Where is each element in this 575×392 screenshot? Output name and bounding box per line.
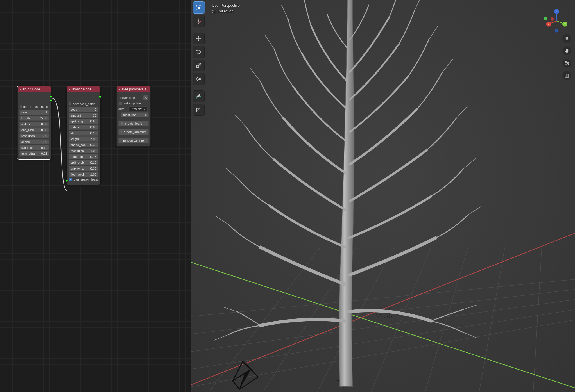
svg-rect-26: [198, 78, 200, 80]
cursor-tool[interactable]: [193, 15, 205, 27]
node-title: Trunk Node: [22, 87, 40, 91]
node-title: Tree parameters: [121, 87, 146, 91]
field-value: 1.00: [41, 140, 47, 143]
clear-active-button[interactable]: ✕: [143, 95, 148, 100]
svg-rect-40: [565, 62, 567, 64]
field-value: 7.00: [90, 137, 96, 141]
branch-field-gravity_str[interactable]: gravity_str0.30: [69, 166, 98, 171]
field-label: resolution: [123, 113, 137, 117]
3d-viewport[interactable]: User Perspective (1) Collection: [191, 0, 575, 392]
button-label: create_leafs: [125, 122, 142, 125]
output-socket-2[interactable]: [50, 99, 52, 102]
field-label: gravity_str: [71, 167, 85, 170]
node-branch[interactable]: Branch Node advanced_settin… seed0amount…: [67, 86, 100, 185]
output-select[interactable]: Preview: [128, 106, 147, 111]
trunk-field-radius[interactable]: radius0.50: [19, 122, 49, 127]
can-spawn-leafs-checkbox[interactable]: ✓ can_spawn_leafs: [69, 178, 98, 181]
branch-field-randomne[interactable]: randomne0.15: [69, 154, 98, 159]
output-socket[interactable]: [99, 95, 101, 98]
pan-bubble[interactable]: [562, 46, 572, 56]
trunk-field-seed[interactable]: seed1: [19, 110, 49, 115]
svg-point-22: [198, 21, 199, 22]
field-value: 0.60: [90, 120, 96, 123]
field-label: axis_attra: [21, 152, 35, 155]
checkbox-label: auto_update: [124, 102, 141, 105]
annotate-tool[interactable]: [193, 90, 205, 102]
trunk-field-randomne[interactable]: randomne0.10: [19, 145, 49, 150]
branch-field-length[interactable]: length7.00: [69, 136, 98, 142]
field-value: 1.00: [90, 149, 96, 152]
output-label: outp…: [118, 107, 127, 111]
trunk-field-axis_attra[interactable]: axis_attra0.25: [19, 151, 49, 156]
field-value: 0.00: [41, 128, 47, 132]
svg-point-25: [197, 77, 201, 81]
trunk-field-length[interactable]: length25.00: [19, 116, 49, 121]
create-leafs-button[interactable]: create_leafs: [118, 121, 149, 126]
field-value: 0: [95, 108, 96, 111]
randomize-tree-button[interactable]: randomize tree: [118, 138, 149, 143]
advanced-settings-checkbox[interactable]: advanced_settin…: [69, 102, 98, 106]
branch-field-split_angl[interactable]: split_angl0.60: [69, 119, 98, 124]
field-value: 25.00: [39, 117, 47, 120]
field-label: split_prob: [71, 161, 84, 164]
button-label: create_armature: [124, 130, 147, 134]
svg-rect-23: [197, 65, 199, 67]
select-value: Preview: [130, 107, 141, 111]
field-value: 1: [46, 111, 47, 114]
field-label: shape: [21, 140, 30, 143]
output-socket[interactable]: [50, 95, 52, 98]
node-header[interactable]: Trunk Node: [18, 86, 51, 92]
trunk-field-end_radiu[interactable]: end_radiu0.00: [19, 127, 49, 133]
node-editor[interactable]: Trunk Node use_grease_pencil seed1length…: [0, 0, 191, 392]
node-tree-parameters[interactable]: Tree parameters active: Tree ✕ auto_upda…: [116, 86, 151, 147]
svg-text:Y: Y: [564, 23, 566, 26]
branch-field-radius[interactable]: radius0.60: [69, 125, 98, 130]
field-label: floor_avoi: [71, 173, 84, 176]
svg-text:Z: Z: [556, 10, 558, 13]
node-trunk[interactable]: Trunk Node use_grease_pencil seed1length…: [17, 86, 51, 159]
trunk-field-resolution[interactable]: resolution1.00: [19, 133, 49, 138]
branch-field-floor_avoi[interactable]: floor_avoi1.00: [69, 172, 98, 177]
field-label: start: [71, 131, 76, 135]
branch-field-seed[interactable]: seed0: [69, 107, 98, 112]
auto-update-checkbox[interactable]: auto_update: [119, 102, 149, 105]
branch-field-resolution[interactable]: resolution1.00: [69, 148, 98, 153]
node-header[interactable]: Tree parameters: [117, 86, 150, 92]
node-connections: [0, 0, 191, 392]
select-box-tool[interactable]: [193, 2, 205, 13]
node-header[interactable]: Branch Node: [67, 86, 100, 92]
field-label: shape_con: [71, 143, 86, 147]
camera-view-bubble[interactable]: [562, 58, 572, 68]
navigation-gizmo[interactable]: Z X Y: [544, 8, 569, 34]
perspective-toggle-bubble[interactable]: [562, 71, 572, 80]
field-label: randomne: [71, 155, 85, 158]
transform-tool[interactable]: [193, 73, 205, 85]
field-value: 0.10: [90, 161, 96, 164]
field-value: 0.10: [41, 146, 47, 149]
viewport-nav-bubbles: [562, 34, 572, 80]
field-value: 20: [93, 114, 96, 117]
branch-field-amount[interactable]: amount20: [69, 113, 98, 118]
field-label: length: [71, 137, 79, 141]
zoom-bubble[interactable]: [562, 34, 572, 43]
branch-field-split_prob[interactable]: split_prob0.10: [69, 160, 98, 165]
input-socket[interactable]: [65, 179, 68, 182]
checkbox-label: advanced_settin…: [73, 102, 98, 106]
viewport-scene: [191, 0, 575, 392]
move-tool[interactable]: [193, 33, 205, 44]
scale-tool[interactable]: [193, 60, 205, 71]
node-body: advanced_settin… seed0amount20split_angl…: [67, 92, 100, 185]
branch-field-shape_con[interactable]: shape_con0.30: [69, 142, 98, 147]
svg-text:X: X: [548, 23, 549, 26]
measure-tool[interactable]: [193, 104, 205, 116]
resolution-field[interactable]: resolution 16: [121, 112, 149, 117]
button-label: randomize tree: [123, 139, 144, 142]
field-value: 0.50: [41, 122, 47, 126]
checkbox-label: can_spawn_leafs: [74, 178, 98, 181]
field-label: seed: [21, 111, 28, 114]
trunk-field-shape[interactable]: shape1.00: [19, 139, 49, 144]
create-armature-button[interactable]: create_armature: [118, 129, 149, 135]
use-grease-pencil-checkbox[interactable]: use_grease_pencil: [20, 105, 49, 108]
rotate-tool[interactable]: [193, 46, 205, 58]
branch-field-start[interactable]: start0.10: [69, 131, 98, 136]
